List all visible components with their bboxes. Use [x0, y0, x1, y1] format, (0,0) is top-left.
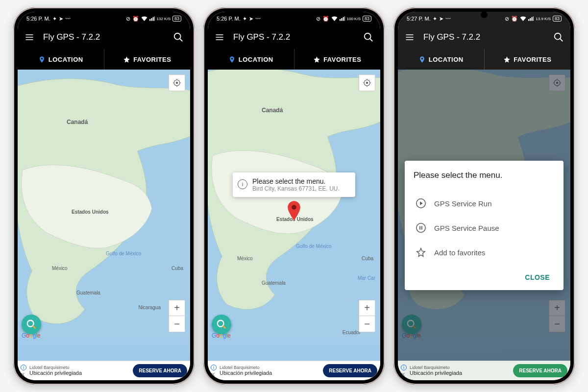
ad-text: Lidotel Barquisimeto Ubicación privilegi… [220, 366, 320, 376]
info-window-subtitle: Bird City, Kansas 67731, EE. UU. [252, 185, 340, 192]
tab-bar: LOCATION FAVORITES [398, 49, 570, 70]
ad-cta-button[interactable]: RESERVE AHORA [513, 364, 567, 377]
signal-icon [528, 16, 534, 21]
tab-favorites[interactable]: FAVORITES [485, 49, 571, 70]
tab-location[interactable]: LOCATION [18, 49, 104, 70]
ad-info-icon[interactable]: i [21, 365, 26, 370]
menu-dialog: Please select the menu. GPS Service Run … [405, 161, 564, 290]
ad-cta-button[interactable]: RESERVE AHORA [323, 364, 377, 377]
search-fab[interactable] [22, 315, 41, 334]
zoom-in-button[interactable]: + [169, 300, 185, 316]
screen: 5:27 P. M. ✦ ➤ 〰 ⊘ ⏰ 13.9 K/S 83 Fly GPS… [398, 12, 570, 380]
tab-favorites[interactable]: FAVORITES [104, 49, 191, 70]
phone-frame-3: 5:27 P. M. ✦ ➤ 〰 ⊘ ⏰ 13.9 K/S 83 Fly GPS… [393, 7, 575, 385]
tab-location[interactable]: LOCATION [398, 49, 485, 70]
map-view[interactable]: Canadá Estados Unidos México Golfo de Mé… [208, 70, 380, 361]
status-time: 5:26 P. M. [26, 16, 50, 22]
map-label-guatemala: Guatemala [76, 290, 100, 295]
google-logo: Google [22, 332, 41, 339]
alarm-icon: ⏰ [322, 16, 329, 22]
dialog-fav-label: Add to favorites [434, 248, 485, 257]
alarm-icon: ⏰ [132, 16, 139, 22]
menu-button[interactable] [24, 31, 35, 43]
svg-point-0 [174, 33, 181, 40]
search-fab[interactable] [212, 315, 231, 334]
send-icon: ➤ [249, 16, 253, 22]
signal-icon [340, 16, 345, 21]
ad-info-icon[interactable]: i [401, 365, 407, 370]
zoom-in-button[interactable]: + [359, 300, 375, 316]
notification-icon: ✦ [243, 16, 247, 22]
google-logo: Google [212, 332, 231, 339]
battery-icon: 83 [553, 16, 562, 22]
map-label-marcar: Mar Car [358, 275, 375, 281]
app-bar: Fly GPS - 7.2.2 [398, 25, 570, 49]
ad-line1: Lidotel Barquisimeto [29, 366, 130, 370]
svg-point-15 [555, 33, 561, 40]
search-button[interactable] [553, 31, 564, 43]
signal-icon [149, 16, 155, 21]
map-label-mexico: México [237, 256, 253, 261]
notification-icon: ✦ [433, 16, 437, 22]
ad-text: Lidotel Barquisimeto Ubicación privilegi… [410, 366, 510, 376]
dialog-close-button[interactable]: CLOSE [520, 270, 555, 285]
ad-banner[interactable]: i ✕ Lidotel Barquisimeto Ubicación privi… [398, 361, 570, 380]
network-speed: 100 K/S [347, 17, 361, 21]
play-icon [416, 198, 426, 209]
menu-button[interactable] [404, 31, 416, 43]
map-view[interactable]: + − Google Please select the menu. GPS S… [398, 70, 570, 361]
app-bar: Fly GPS - 7.2.2 [18, 25, 190, 49]
map-label-cuba: Cuba [362, 256, 373, 261]
battery-icon: 83 [363, 16, 371, 22]
status-time: 5:27 P. M. [407, 16, 431, 22]
camera-notch [100, 11, 107, 18]
ad-info-icon[interactable]: i [211, 365, 217, 370]
ad-close-icon[interactable]: ✕ [211, 371, 217, 377]
map-info-window[interactable]: i Please select the menu. Bird City, Kan… [233, 172, 355, 197]
ad-close-icon[interactable]: ✕ [21, 371, 26, 377]
svg-line-8 [370, 39, 373, 42]
search-button[interactable] [172, 31, 184, 43]
ad-line1: Lidotel Barquisimeto [220, 366, 320, 370]
phone-frame-1: 5:26 P. M. ✦ ➤ 〰 ⊘ ⏰ 132 K/S 83 [13, 7, 195, 385]
send-icon: ➤ [439, 16, 443, 22]
notification-icon: ✦ [52, 16, 57, 22]
menu-button[interactable] [214, 31, 225, 43]
svg-rect-24 [419, 226, 420, 229]
map-marker[interactable] [287, 201, 301, 222]
dnd-icon: ⊘ [316, 16, 320, 22]
ad-close-icon[interactable]: ✕ [401, 371, 407, 377]
wifi-icon [520, 16, 526, 21]
app-title: Fly GPS - 7.2.2 [423, 32, 545, 42]
dialog-option-pause[interactable]: GPS Service Pause [414, 216, 555, 240]
map-label-nicaragua: Nicaragua [138, 305, 161, 310]
svg-point-3 [176, 82, 178, 84]
search-button[interactable] [363, 31, 374, 43]
zoom-controls: + − [359, 300, 375, 332]
tab-favorites[interactable]: FAVORITES [294, 49, 381, 70]
wifi-icon [141, 16, 147, 21]
map-label-cuba: Cuba [172, 266, 183, 271]
map-view[interactable]: Canadá Estados Unidos México Golfo de Mé… [18, 70, 190, 361]
svg-point-23 [416, 223, 425, 232]
pulse-icon: 〰 [255, 16, 261, 22]
tab-location[interactable]: LOCATION [208, 49, 294, 70]
dialog-option-run[interactable]: GPS Service Run [414, 191, 555, 216]
tab-location-label: LOCATION [429, 56, 464, 63]
my-location-button[interactable] [169, 74, 185, 91]
zoom-out-button[interactable]: − [359, 316, 375, 332]
phone-frame-2: 5:26 P. M. ✦ ➤ 〰 ⊘ ⏰ 100 K/S 83 Fly GPS … [203, 7, 385, 385]
ad-banner[interactable]: i ✕ Lidotel Barquisimeto Ubicación privi… [208, 361, 380, 380]
zoom-out-button[interactable]: − [169, 316, 185, 332]
tab-location-label: LOCATION [49, 56, 83, 63]
app-bar: Fly GPS - 7.2.2 [208, 25, 380, 49]
ad-line2: Ubicación privilegiada [220, 370, 320, 376]
my-location-button[interactable] [359, 74, 375, 91]
dialog-option-favorite[interactable]: Add to favorites [414, 240, 555, 265]
ad-line2: Ubicación privilegiada [29, 370, 130, 376]
map-label-gulf: Golfo de México [106, 251, 141, 256]
map-label-mexico: México [52, 266, 68, 271]
ad-banner[interactable]: i ✕ Lidotel Barquisimeto Ubicación privi… [18, 361, 190, 380]
map-label-canada: Canadá [262, 107, 283, 114]
ad-cta-button[interactable]: RESERVE AHORA [133, 364, 187, 377]
